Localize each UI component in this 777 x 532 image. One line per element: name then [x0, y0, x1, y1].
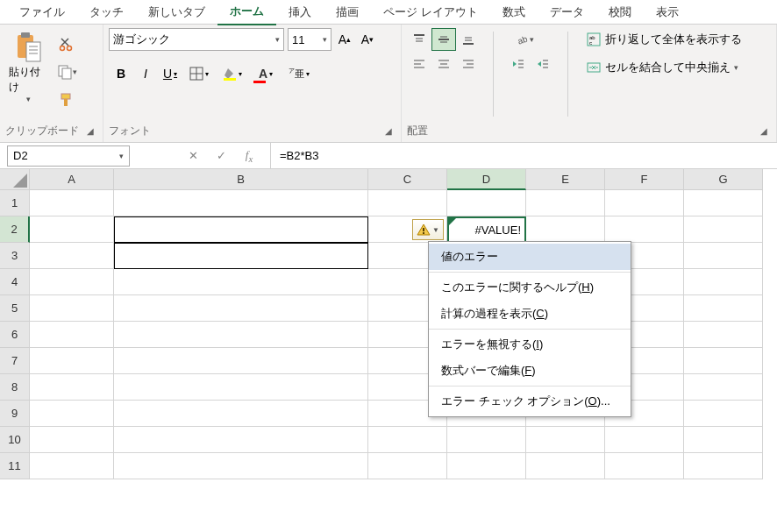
menu-edit-formula-bar[interactable]: 数式バーで編集(F) — [429, 358, 631, 384]
menu-ignore-error[interactable]: エラーを無視する(I) — [429, 331, 631, 358]
error-smart-tag[interactable]: ▼ — [412, 219, 444, 240]
cell-F2[interactable] — [605, 216, 684, 243]
merge-center-button[interactable]: セルを結合して中央揃え▾ — [581, 56, 747, 79]
cell-B5[interactable] — [114, 295, 368, 322]
phonetic-button[interactable]: ア亜▾ — [282, 61, 316, 86]
cell-G8[interactable] — [684, 374, 763, 401]
cell-B4[interactable] — [114, 269, 368, 295]
cell-F10[interactable] — [605, 427, 684, 453]
tab-insert[interactable]: 挿入 — [276, 0, 324, 25]
grow-font-button[interactable]: A▴ — [335, 28, 354, 51]
col-header-A[interactable]: A — [30, 169, 114, 190]
cell-F11[interactable] — [605, 453, 684, 479]
menu-error-options[interactable]: エラー チェック オプション(O)... — [429, 388, 631, 415]
col-header-G[interactable]: G — [684, 169, 763, 190]
font-color-button[interactable]: A▾ — [249, 61, 282, 86]
wrap-text-button[interactable]: abc折り返して全体を表示する — [581, 28, 747, 51]
tab-touch[interactable]: タッチ — [77, 0, 136, 25]
align-center-button[interactable] — [431, 53, 456, 75]
font-size-select[interactable]: 11▾ — [288, 28, 331, 51]
tab-formulas[interactable]: 数式 — [490, 0, 538, 25]
decrease-indent-button[interactable] — [506, 53, 531, 75]
row-header-2[interactable]: 2 — [0, 216, 30, 243]
cell-B10[interactable] — [114, 427, 368, 453]
cell-A10[interactable] — [30, 427, 114, 453]
cell-G1[interactable] — [684, 190, 763, 216]
row-header-4[interactable]: 4 — [0, 269, 30, 295]
cell-D2[interactable]: #VALUE! — [447, 216, 526, 243]
cell-G4[interactable] — [684, 269, 763, 295]
cell-D11[interactable] — [447, 453, 526, 479]
orientation-button[interactable]: ab▾ — [506, 28, 543, 51]
col-header-B[interactable]: B — [114, 169, 368, 190]
tab-review[interactable]: 校閲 — [596, 0, 644, 25]
tab-home[interactable]: ホーム — [217, 0, 276, 25]
formula-input[interactable]: =B2*B3 — [270, 143, 777, 168]
row-header-9[interactable]: 9 — [0, 401, 30, 427]
tab-page-layout[interactable]: ページ レイアウト — [371, 0, 490, 25]
cell-A5[interactable] — [30, 295, 114, 322]
increase-indent-button[interactable] — [531, 53, 555, 75]
cell-A11[interactable] — [30, 453, 114, 479]
cell-A9[interactable] — [30, 401, 114, 427]
cut-button[interactable] — [56, 33, 77, 54]
insert-function-button[interactable]: fx — [239, 148, 260, 164]
row-header-11[interactable]: 11 — [0, 453, 30, 479]
menu-show-steps[interactable]: 計算の過程を表示(C) — [429, 301, 631, 327]
copy-button[interactable]: ▾ — [56, 61, 77, 82]
cell-A6[interactable] — [30, 322, 114, 348]
cell-E10[interactable] — [526, 427, 605, 453]
menu-help[interactable]: このエラーに関するヘルプ(H) — [429, 274, 631, 301]
font-launcher[interactable]: ◢ — [385, 126, 396, 136]
cell-G9[interactable] — [684, 401, 763, 427]
cell-G3[interactable] — [684, 243, 763, 269]
align-middle-button[interactable] — [431, 28, 456, 51]
cell-A3[interactable] — [30, 243, 114, 269]
cell-G7[interactable] — [684, 348, 763, 374]
format-painter-button[interactable] — [56, 89, 77, 110]
cell-B2[interactable] — [114, 216, 368, 243]
cell-B11[interactable] — [114, 453, 368, 479]
tab-data[interactable]: データ — [538, 0, 596, 25]
align-right-button[interactable] — [456, 53, 481, 75]
enter-formula-button[interactable]: ✓ — [210, 149, 232, 162]
cell-D10[interactable] — [447, 427, 526, 453]
col-header-F[interactable]: F — [605, 169, 684, 190]
cell-E1[interactable] — [526, 190, 605, 216]
cell-B1[interactable] — [114, 190, 368, 216]
row-header-8[interactable]: 8 — [0, 374, 30, 401]
align-top-button[interactable] — [407, 28, 431, 51]
cell-B8[interactable] — [114, 374, 368, 401]
cell-B9[interactable] — [114, 401, 368, 427]
cell-B3[interactable] — [114, 243, 368, 269]
alignment-launcher[interactable]: ◢ — [760, 126, 771, 136]
borders-button[interactable]: ▾ — [182, 61, 216, 86]
tab-draw[interactable]: 描画 — [324, 0, 371, 25]
cell-B6[interactable] — [114, 322, 368, 348]
tab-newtab[interactable]: 新しいタブ — [136, 0, 217, 25]
clipboard-launcher[interactable]: ◢ — [87, 126, 97, 136]
row-header-5[interactable]: 5 — [0, 295, 30, 322]
cell-A1[interactable] — [30, 190, 114, 216]
cell-G10[interactable] — [684, 427, 763, 453]
cell-C1[interactable] — [368, 190, 447, 216]
fill-color-button[interactable]: ▾ — [216, 61, 249, 86]
cell-A4[interactable] — [30, 269, 114, 295]
cell-E11[interactable] — [526, 453, 605, 479]
cell-A7[interactable] — [30, 348, 114, 374]
col-header-E[interactable]: E — [526, 169, 605, 190]
row-header-7[interactable]: 7 — [0, 348, 30, 374]
underline-button[interactable]: U▾ — [158, 61, 182, 86]
cell-A8[interactable] — [30, 374, 114, 401]
cell-F1[interactable] — [605, 190, 684, 216]
cell-E2[interactable] — [526, 216, 605, 243]
name-box[interactable]: D2▾ — [7, 145, 130, 167]
italic-button[interactable]: I — [133, 61, 158, 86]
align-bottom-button[interactable] — [456, 28, 481, 51]
row-header-1[interactable]: 1 — [0, 190, 30, 216]
col-header-D[interactable]: D — [447, 169, 526, 190]
menu-value-error[interactable]: 値のエラー — [429, 244, 631, 270]
shrink-font-button[interactable]: A▾ — [358, 28, 377, 51]
row-header-6[interactable]: 6 — [0, 322, 30, 348]
cell-D1[interactable] — [447, 190, 526, 216]
